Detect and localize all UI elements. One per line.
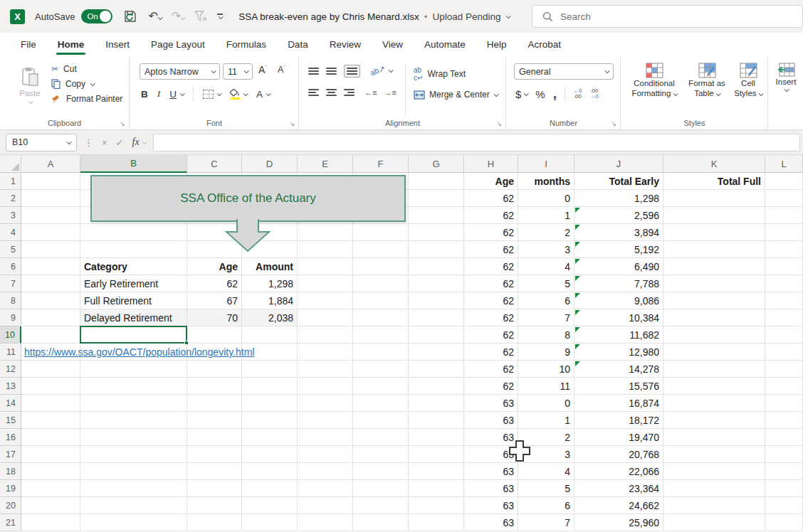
row-header-2[interactable]: 2 [0, 190, 21, 207]
cell-F6[interactable] [353, 258, 409, 275]
bold-button[interactable]: B [141, 89, 148, 100]
cell-C17[interactable] [187, 446, 242, 463]
cell-E6[interactable] [298, 258, 353, 275]
cell-H19[interactable]: 63 [464, 480, 518, 497]
cell-B6[interactable]: Category [80, 258, 187, 275]
font-size-select[interactable]: 11 [223, 63, 253, 80]
selected-cell-outline[interactable] [80, 326, 187, 344]
title-chevron-icon[interactable] [505, 14, 510, 18]
cell-G18[interactable] [409, 463, 464, 480]
cell-J14[interactable]: 16,874 [574, 395, 663, 412]
cell-G15[interactable] [409, 412, 464, 429]
row-header-19[interactable]: 19 [0, 480, 21, 497]
cell-I9[interactable]: 7 [518, 309, 574, 326]
cell-I20[interactable]: 6 [518, 497, 574, 514]
copy-button[interactable]: Copy [51, 79, 122, 89]
cell-I19[interactable]: 5 [518, 480, 574, 497]
insert-cells-button[interactable]: Insert [770, 57, 802, 92]
cell-F10[interactable] [353, 326, 409, 344]
cell-K19[interactable] [663, 480, 765, 497]
row-header-15[interactable]: 15 [0, 412, 21, 429]
cell-H6[interactable]: 62 [464, 258, 518, 275]
bottom-align-button[interactable] [344, 65, 360, 78]
cell-H7[interactable]: 62 [464, 275, 518, 292]
cell-I11[interactable]: 9 [518, 344, 574, 361]
cell-I13[interactable]: 11 [518, 378, 574, 395]
insert-chevron-icon[interactable] [784, 87, 789, 92]
cell-L15[interactable] [765, 412, 803, 429]
cell-J3[interactable]: 2,596 [574, 207, 663, 224]
cell-L10[interactable] [765, 326, 803, 344]
cell-styles-button[interactable]: CellStyles [730, 57, 767, 99]
merge-center-chevron-icon[interactable] [493, 92, 498, 97]
cell-J9[interactable]: 10,384 [574, 309, 663, 326]
cell-I2[interactable]: 0 [518, 190, 574, 207]
row-header-8[interactable]: 8 [0, 292, 21, 309]
align-right-button[interactable] [344, 89, 355, 96]
cell-J8[interactable]: 9,086 [574, 292, 663, 309]
cell-G20[interactable] [409, 497, 464, 514]
cell-F14[interactable] [353, 395, 409, 412]
cell-K12[interactable] [663, 361, 765, 378]
cell-E14[interactable] [298, 395, 353, 412]
cell-B16[interactable] [80, 429, 187, 446]
column-header-I[interactable]: I [518, 155, 574, 173]
cell-B14[interactable] [80, 395, 187, 412]
row-header-20[interactable]: 20 [0, 497, 21, 514]
cell-K15[interactable] [663, 412, 765, 429]
callout-arrow-icon[interactable] [221, 219, 278, 256]
accounting-chevron-icon[interactable] [524, 91, 529, 96]
cell-A20[interactable] [21, 497, 80, 514]
orientation-button[interactable]: ab↗ [370, 66, 392, 75]
worksheet-grid[interactable]: ABCDEFGHIJKL1AgemonthsTotal EarlyTotal F… [0, 155, 803, 532]
cell-G3[interactable] [409, 207, 464, 224]
cell-B21[interactable] [80, 514, 187, 531]
column-header-D[interactable]: D [242, 155, 298, 173]
cell-G10[interactable] [409, 326, 464, 344]
cell-L11[interactable] [765, 344, 803, 361]
cell-D16[interactable] [242, 429, 298, 446]
cell-C21[interactable] [187, 514, 242, 531]
cell-E7[interactable] [298, 275, 353, 292]
font-color-button[interactable]: A [256, 89, 270, 100]
cell-I12[interactable]: 10 [518, 361, 574, 378]
cell-H2[interactable]: 62 [464, 190, 518, 207]
cell-L6[interactable] [765, 258, 803, 275]
decrease-indent-button[interactable]: ←≡ [364, 88, 377, 97]
cell-B12[interactable] [80, 361, 187, 378]
increase-indent-button[interactable]: →≡ [384, 88, 396, 97]
cell-E17[interactable] [298, 446, 353, 463]
cell-J12[interactable]: 14,278 [574, 361, 663, 378]
cell-I5[interactable]: 3 [518, 241, 574, 258]
cell-G4[interactable] [409, 224, 464, 241]
cell-L18[interactable] [765, 463, 803, 480]
cell-B9[interactable]: Delayed Retirement [80, 309, 187, 326]
cell-K8[interactable] [663, 292, 765, 309]
cell-L4[interactable] [765, 224, 803, 241]
error-indicator-icon[interactable] [575, 344, 580, 349]
cell-I6[interactable]: 4 [518, 258, 574, 275]
save-icon[interactable] [124, 10, 138, 23]
tab-automate[interactable]: Automate [416, 34, 473, 55]
cell-E5[interactable] [298, 241, 353, 258]
cell-B13[interactable] [80, 378, 187, 395]
cell-G13[interactable] [409, 378, 464, 395]
row-header-17[interactable]: 17 [0, 446, 21, 463]
cell-F16[interactable] [353, 429, 409, 446]
cell-A5[interactable] [21, 241, 80, 258]
cell-F11[interactable] [353, 344, 409, 361]
cell-F13[interactable] [353, 378, 409, 395]
name-box[interactable]: B10 [6, 134, 77, 151]
cell-H21[interactable]: 63 [464, 514, 518, 531]
cell-G21[interactable] [409, 514, 464, 531]
orientation-chevron-icon[interactable] [389, 68, 394, 73]
italic-button[interactable]: I [157, 88, 161, 100]
cell-D14[interactable] [242, 395, 298, 412]
cell-F15[interactable] [353, 412, 409, 429]
cell-F17[interactable] [353, 446, 409, 463]
cell-J18[interactable]: 22,066 [574, 463, 663, 480]
cell-K1[interactable]: Total Full [663, 173, 765, 190]
autosave-toggle[interactable]: On [81, 9, 112, 23]
cell-G1[interactable] [409, 173, 464, 190]
cell-C10[interactable] [187, 326, 242, 344]
